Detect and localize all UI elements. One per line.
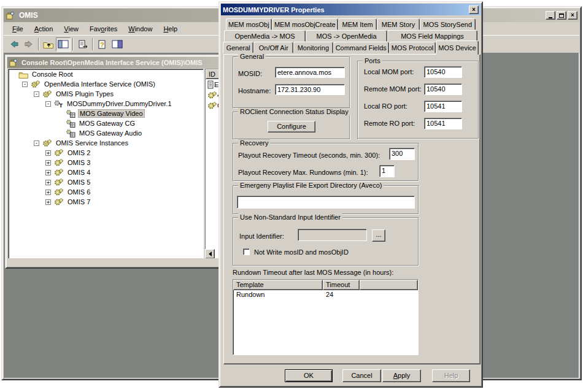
collapse-icon[interactable]: - (34, 91, 39, 97)
tree-item-label[interactable]: OpenMedia Interface Service (OMIS) (43, 80, 156, 88)
collapse-icon[interactable]: - (45, 101, 51, 107)
tab-mem-mosobjcreate[interactable]: MEM mosObjCreate (272, 18, 338, 30)
emergency-export-input[interactable] (237, 196, 415, 209)
table-row[interactable]: Rundown24 (233, 290, 418, 299)
tree-item[interactable]: -OMIS Plugin Types (9, 89, 203, 99)
tree-item[interactable]: +OMIS 7 (9, 197, 203, 207)
apply-button[interactable]: Apply (382, 369, 421, 382)
tab-mos-storysend[interactable]: MOS StorySend (420, 18, 476, 30)
tree-item-label[interactable]: MOS Gateway Video (78, 109, 145, 118)
column-header-blank[interactable] (360, 280, 418, 290)
minimize-button[interactable] (546, 11, 555, 20)
tab-mem-item[interactable]: MEM Item (338, 18, 377, 30)
column-header-Template[interactable]: Template (233, 280, 323, 290)
tree-item[interactable]: MOS Gateway Video (9, 109, 203, 118)
minimize-icon (549, 17, 552, 18)
expand-icon[interactable]: + (45, 160, 51, 166)
table-cell: Rundown (233, 290, 323, 299)
close-button[interactable]: × (568, 11, 577, 20)
local-ro-port-input[interactable]: 10541 (424, 101, 462, 112)
export-list-button[interactable] (75, 37, 90, 52)
ok-button[interactable]: OK (285, 369, 333, 382)
tree-item-label[interactable]: OMIS 7 (66, 198, 91, 206)
menu-action[interactable]: Action (29, 24, 59, 34)
browse-button[interactable]: ... (372, 229, 385, 242)
remote-ro-port-input[interactable]: 10541 (424, 118, 462, 129)
tree-item[interactable]: +OMIS 2 (9, 148, 203, 158)
tab-general[interactable]: General (223, 42, 253, 53)
table-cell: 24 (323, 290, 360, 299)
tree-item-label[interactable]: OMIS Plugin Types (55, 90, 115, 98)
up-one-level-button[interactable] (41, 37, 56, 52)
local-mom-port-label: Local MOM port: (364, 68, 414, 75)
remote-mom-port-input[interactable]: 10540 (424, 83, 462, 95)
tree-item[interactable]: MOS Gateway CG (9, 118, 203, 128)
tree-item[interactable]: -OpenMedia Interface Service (OMIS) (9, 79, 203, 89)
playout-timeout-label: Playout Recovery Timeout (seconds, min. … (238, 152, 380, 159)
roclient-group-title: ROClient Connection Status Display (238, 108, 350, 115)
tree-item[interactable]: -OMIS Service Instances (9, 138, 203, 148)
not-write-mosid-checkbox[interactable] (243, 248, 250, 255)
mosid-input[interactable]: etere.annova.mos (275, 67, 345, 78)
configure-button[interactable]: Configure (268, 121, 315, 133)
expand-icon[interactable]: + (45, 170, 51, 175)
playout-timeout-input[interactable]: 300 (389, 148, 415, 160)
menu-favorites[interactable]: Favorites (84, 24, 123, 34)
tab-mos-protocol[interactable]: MOS Protocol (389, 42, 436, 53)
tree-item-label[interactable]: MOS Gateway Audio (78, 129, 143, 137)
tree-item-label[interactable]: MOSDummyDriver.DummyDriver.1 (66, 100, 173, 107)
tree-item-label[interactable]: OMIS 6 (66, 188, 91, 196)
menu-view[interactable]: View (58, 24, 84, 34)
forward-button[interactable] (21, 37, 36, 52)
dialog-close-button[interactable]: × (469, 6, 479, 14)
tab-mos-device[interactable]: MOS Device (436, 40, 479, 55)
tree-item-label[interactable]: OMIS Service Instances (55, 139, 129, 147)
menu-window[interactable]: Window (123, 24, 158, 34)
tree-item-label[interactable]: OMIS 5 (66, 179, 91, 186)
tree-item[interactable]: MOS Gateway Audio (9, 128, 203, 138)
tree-item[interactable]: +OMIS 6 (9, 187, 203, 197)
help-button[interactable]: ? (95, 37, 110, 52)
tab-on-off-air[interactable]: On/Off Air (253, 42, 293, 53)
input-identifier-input[interactable] (298, 229, 367, 241)
tree-item[interactable]: +OMIS 3 (9, 158, 203, 167)
tree-item-label[interactable]: OMIS 4 (66, 169, 91, 176)
expand-icon[interactable]: + (45, 180, 51, 185)
column-header-Timeout[interactable]: Timeout (323, 280, 360, 290)
console-titlebar[interactable]: Console Root\OpenMedia Interface Service… (7, 57, 219, 68)
expand-icon[interactable]: + (45, 190, 51, 195)
dialog-titlebar[interactable]: MOSDUMMYDRIVER Properties × (221, 4, 481, 15)
tab-mem-mosobj[interactable]: MEM mosObj (226, 18, 272, 30)
tree-item[interactable]: +OMIS 5 (9, 177, 203, 187)
tree-item[interactable]: +OMIS 4 (9, 167, 203, 177)
export-list-icon (78, 40, 88, 49)
show-action-pane-button[interactable] (110, 37, 125, 52)
ports-group-title: Ports (363, 57, 382, 64)
tree-item[interactable]: Console Root (9, 69, 203, 79)
collapse-icon[interactable]: - (22, 82, 28, 87)
tab-mos-openmedia[interactable]: MOS -> OpenMedia (306, 30, 387, 42)
menu-file[interactable]: File (7, 24, 29, 34)
tab-openmedia-mos[interactable]: OpenMedia -> MOS (224, 30, 306, 42)
maximize-button[interactable] (557, 11, 566, 20)
rundown-timeout-table[interactable]: TemplateTimeout Rundown24 (233, 279, 419, 355)
cancel-button[interactable]: Cancel (342, 369, 381, 382)
expand-icon[interactable]: + (45, 199, 51, 205)
expand-icon[interactable]: + (45, 150, 51, 156)
tree-item-label[interactable]: Console Root (31, 71, 74, 78)
tab-command-fields[interactable]: Command Fields (333, 42, 389, 53)
tree-item-label[interactable]: OMIS 3 (66, 159, 91, 166)
tree-item[interactable]: -TMOSDummyDriver.DummyDriver.1 (9, 99, 203, 109)
tree-item-label[interactable]: OMIS 2 (66, 149, 91, 156)
scroll-left-button[interactable] (205, 249, 215, 259)
hostname-input[interactable]: 172.31.230.90 (275, 84, 345, 95)
tab-monitoring[interactable]: Monitoring (293, 42, 333, 53)
local-mom-port-input[interactable]: 10540 (424, 66, 462, 78)
show-hide-console-tree-button[interactable] (56, 37, 71, 52)
max-rundowns-input[interactable]: 1 (379, 165, 395, 177)
collapse-icon[interactable]: - (34, 140, 39, 146)
menu-help[interactable]: Help (158, 24, 183, 34)
tree-item-label[interactable]: MOS Gateway CG (78, 120, 136, 127)
back-button[interactable] (7, 37, 21, 52)
tab-mem-story[interactable]: MEM Story (377, 18, 419, 30)
